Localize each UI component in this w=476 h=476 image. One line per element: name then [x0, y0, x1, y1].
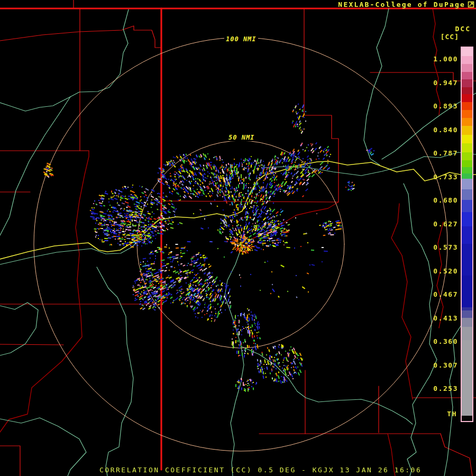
range-ring-label: 50 NMI	[227, 134, 256, 141]
colorbar-tick-label: 0.413	[433, 314, 458, 323]
colorbar-segment	[462, 143, 472, 152]
colorbar-tick-label: 1.000	[433, 55, 458, 63]
colorbar-segment	[462, 416, 472, 421]
colorbar-tick-label: 0.467	[433, 290, 458, 299]
colorbar-segment	[462, 160, 472, 167]
site-title[interactable]: NEXLAB-College of DuPage	[338, 1, 465, 8]
colorbar-segment	[462, 56, 472, 64]
colorbar-tick-label: 0.253	[433, 385, 458, 393]
colorbar-product-label: DCC	[455, 25, 471, 33]
colorbar-segment	[462, 226, 472, 244]
colorbar-tick-label: 0.947	[433, 79, 458, 87]
colorbar-segment	[462, 102, 472, 110]
colorbar-segment	[462, 72, 472, 79]
cc-colorbar	[461, 47, 473, 422]
colorbar-segment	[462, 179, 472, 189]
colorbar-tick-label: 0.893	[433, 102, 458, 111]
range-ring-label: 100 NMI	[224, 35, 258, 43]
colorbar-segment	[462, 340, 472, 416]
radar-viewer: NEXLAB-College of DuPage DCC [CC] 1.0000…	[0, 0, 476, 476]
colorbar-tick-label: 0.307	[433, 361, 458, 370]
colorbar-tick-label: 0.627	[433, 220, 458, 228]
colorbar-segment	[462, 118, 472, 126]
colorbar-segment	[462, 167, 472, 173]
colorbar-segment	[462, 318, 472, 327]
colorbar-segment	[462, 152, 472, 160]
colorbar-segment	[462, 126, 472, 135]
colorbar-segment	[462, 173, 472, 179]
colorbar-tick-label: 0.787	[433, 149, 458, 158]
colorbar-segment	[462, 212, 472, 226]
colorbar-segment	[462, 87, 472, 94]
colorbar-segment	[462, 200, 472, 212]
colorbar-segment	[462, 79, 472, 87]
radar-map-canvas	[0, 0, 476, 476]
colorbar-segment	[462, 310, 472, 318]
colorbar-segment	[462, 64, 472, 72]
colorbar-segment	[462, 189, 472, 200]
colorbar-segment	[462, 94, 472, 102]
colorbar-segment	[462, 327, 472, 340]
colorbar-tick-label: 0.573	[433, 243, 458, 252]
product-status-text: CORRELATION COEFFICIENT (CC) 0.5 DEG - K…	[99, 466, 422, 474]
colorbar-segment	[462, 110, 472, 118]
colorbar-tick-label: 0.360	[433, 337, 458, 346]
external-link-icon[interactable]	[468, 1, 474, 8]
header: NEXLAB-College of DuPage	[338, 1, 474, 8]
colorbar-segment	[462, 48, 472, 56]
colorbar-tick-label: 0.840	[433, 126, 458, 134]
colorbar-tick-label: 0.680	[433, 196, 458, 205]
colorbar-threshold-label: TH	[447, 410, 457, 418]
colorbar-segment	[462, 135, 472, 143]
colorbar-tick-label: 0.733	[433, 173, 458, 181]
colorbar-segment	[462, 276, 472, 307]
colorbar-tick-label: 0.520	[433, 267, 458, 276]
colorbar-units-label: [CC]	[441, 33, 459, 41]
colorbar-segment	[462, 244, 472, 276]
